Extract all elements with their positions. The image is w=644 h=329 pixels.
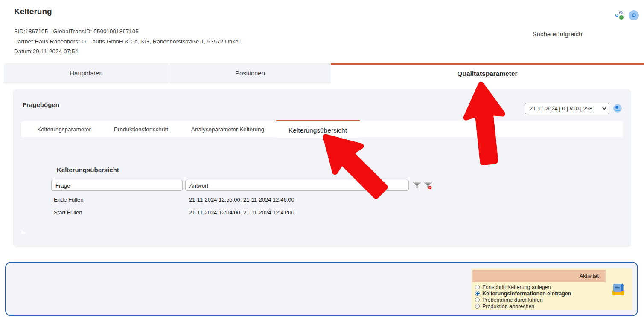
radio-icon[interactable] [475, 297, 480, 302]
antwort-filter-input[interactable] [185, 180, 409, 191]
table-heading: Kelterungsübersicht [57, 166, 119, 173]
datum-line: Datum:29-11-2024 07:54 [14, 48, 78, 55]
partner-line: Partner:Haus Rabenhorst O. Lauffs GmbH &… [14, 38, 240, 45]
tab-positionen[interactable]: Positionen [169, 63, 331, 83]
fragebogen-title: Fragebögen [23, 101, 59, 108]
gears-cluster-icon[interactable]: ⚙ ⚙ ✓ [615, 11, 625, 20]
activity-column-header: Aktivität [472, 270, 606, 282]
activity-box: Aktivität Fortschritt Kelterung anlegen … [472, 268, 632, 310]
main-tabbar: Hauptdaten Positionen Qualitätsparameter [0, 63, 644, 83]
radio-icon[interactable] [475, 285, 480, 289]
radio-produktion-abbrechen[interactable]: Produktion abbrechen [475, 303, 571, 309]
table-row-antwort: 21-11-2024 12:55:00, 21-11-2024 12:46:00 [189, 196, 294, 203]
subtab-analyseparameter-kelterung[interactable]: Analyseparameter Kelterung [180, 121, 276, 137]
frage-filter-input[interactable] [51, 180, 183, 191]
questionnaire-version-value: 21-11-2024 | 0 | v10 | 298 [530, 105, 592, 112]
table-row-frage: Ende Füllen [54, 196, 83, 203]
filter-icon[interactable] [413, 182, 421, 190]
process-settings-icon[interactable]: ⚙ [629, 10, 639, 20]
radio-kelterungsinformationen-eintragen[interactable]: Kelterungsinformationen eintragen [475, 290, 571, 297]
clear-filter-icon[interactable] [424, 182, 432, 190]
subtab-kelterungsparameter[interactable]: Kelterungsparameter [26, 121, 102, 137]
radio-probenahme-durchfuehren[interactable]: Probenahme durchführen [475, 297, 571, 303]
questionnaire-version-select[interactable]: 21-11-2024 | 0 | v10 | 298 [525, 103, 609, 114]
tab-qualitaetsparameter[interactable]: Qualitätsparameter [331, 63, 644, 83]
submit-activity-icon[interactable] [611, 282, 626, 297]
fragebogen-panel: Fragebögen 21-11-2024 | 0 | v10 | 298 Ke… [13, 89, 631, 247]
resize-corner-mark [21, 229, 26, 234]
radio-icon-selected[interactable] [475, 291, 480, 296]
subtab-kelterungsuebersicht[interactable]: Kelterungsübersicht [276, 120, 360, 138]
activity-options: Fortschritt Kelterung anlegen Kelterungs… [475, 284, 571, 309]
radio-icon[interactable] [475, 304, 480, 309]
subtab-produktionsfortschritt[interactable]: Produktionsfortschritt [102, 121, 180, 137]
radio-fortschritt-kelterung-anlegen[interactable]: Fortschritt Kelterung anlegen [475, 284, 571, 290]
lookup-icon[interactable] [613, 104, 622, 113]
questionnaire-subtabs: Kelterungsparameter Produktionsfortschri… [21, 121, 623, 137]
sid-globaltransid-line: SID:1867105 - GlobalTransID: 05001001867… [14, 28, 139, 35]
table-row-frage: Start Füllen [54, 209, 82, 216]
header-icons: ⚙ ⚙ ✓ ⚙ [615, 10, 640, 21]
search-status-message: Suche erfolgreich! [491, 30, 626, 38]
page-title: Kelterung [14, 7, 52, 16]
table-row-antwort: 21-11-2024 12:04:00, 21-11-2024 12:41:00 [189, 209, 294, 216]
chevron-down-icon [602, 107, 606, 110]
activity-panel: Aktivität Fortschritt Kelterung anlegen … [5, 262, 638, 316]
tab-hauptdaten[interactable]: Hauptdaten [4, 63, 169, 83]
